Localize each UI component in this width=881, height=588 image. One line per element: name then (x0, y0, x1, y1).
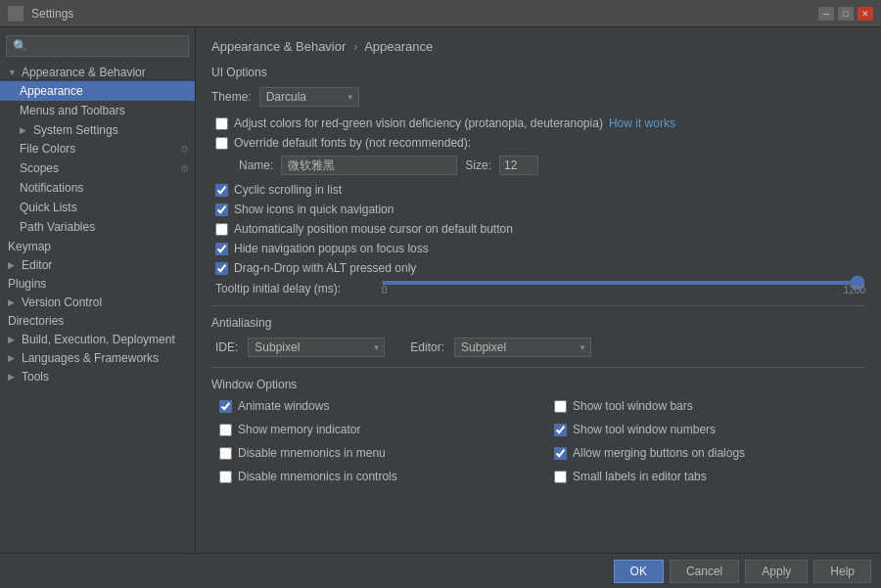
expand-arrow: ▶ (8, 353, 18, 363)
ide-antialias-select[interactable]: Subpixel Greyscale No antialiasing (248, 338, 385, 357)
sidebar-item-label: Path Variables (20, 220, 95, 234)
sidebar-item-appearance[interactable]: Appearance (0, 81, 195, 101)
override-fonts-label[interactable]: Override default fonts by (not recommend… (234, 136, 471, 150)
show-tool-window-bars-label[interactable]: Show tool window bars (573, 399, 693, 413)
sidebar-item-label: Menus and Toolbars (20, 104, 125, 117)
adjust-colors-row: Adjust colors for red-green vision defic… (211, 116, 865, 130)
breadcrumb-part1: Appearance & Behavior (211, 39, 346, 54)
how-it-works-link[interactable]: How it works (609, 116, 675, 130)
scopes-icon: ⚙ (180, 163, 189, 174)
disable-mnemonics-menu-checkbox[interactable] (219, 447, 232, 460)
sidebar-item-quick-lists[interactable]: Quick Lists (0, 198, 195, 217)
ok-button[interactable]: OK (614, 560, 664, 583)
search-input[interactable] (6, 35, 189, 57)
sidebar-item-appearance-behavior[interactable]: ▼ Appearance & Behavior (0, 63, 195, 81)
disable-mnemonics-menu-row: Disable mnemonics in menu (215, 446, 531, 460)
sidebar-item-version-control[interactable]: ▶ Version Control (0, 293, 195, 311)
sidebar-item-directories[interactable]: Directories (0, 311, 195, 330)
sidebar-item-editor[interactable]: ▶ Editor (0, 255, 195, 274)
small-labels-row: Small labels in editor tabs (550, 470, 865, 483)
auto-position-label[interactable]: Automatically position mouse cursor on d… (234, 222, 513, 236)
sidebar-item-label: Build, Execution, Deployment (22, 333, 175, 346)
sidebar-item-path-variables[interactable]: Path Variables (0, 217, 195, 237)
breadcrumb-part2: Appearance (364, 39, 433, 54)
animate-windows-row: Animate windows (215, 399, 531, 413)
expand-arrow: ▼ (8, 68, 18, 77)
show-memory-checkbox[interactable] (219, 424, 232, 436)
animate-windows-label[interactable]: Animate windows (238, 399, 329, 413)
font-name-input[interactable] (281, 156, 457, 175)
drag-n-drop-checkbox[interactable] (215, 262, 228, 275)
allow-merging-row: Allow merging buttons on dialogs (550, 446, 865, 460)
theme-row: Theme: Darcula IntelliJ High Contrast (211, 87, 865, 107)
sidebar-item-notifications[interactable]: Notifications (0, 178, 195, 198)
theme-select[interactable]: Darcula IntelliJ High Contrast (259, 87, 359, 107)
show-tool-window-numbers-checkbox[interactable] (554, 424, 567, 436)
allow-merging-checkbox[interactable] (554, 447, 567, 460)
name-label: Name: (239, 158, 273, 172)
hide-navigation-checkbox[interactable] (215, 243, 228, 255)
disable-mnemonics-controls-label[interactable]: Disable mnemonics in controls (238, 470, 397, 483)
hide-navigation-label[interactable]: Hide navigation popups on focus loss (234, 242, 429, 255)
title-bar: Settings ─ □ ✕ (0, 0, 881, 27)
bottom-bar: OK Cancel Apply Help (0, 553, 881, 588)
allow-merging-label[interactable]: Allow merging buttons on dialogs (573, 446, 745, 460)
ide-dropdown-wrapper: Subpixel Greyscale No antialiasing (248, 338, 385, 357)
help-button[interactable]: Help (813, 560, 871, 583)
animate-windows-checkbox[interactable] (219, 400, 232, 413)
adjust-colors-label[interactable]: Adjust colors for red-green vision defic… (234, 116, 603, 130)
sidebar-item-build-execution[interactable]: ▶ Build, Execution, Deployment (0, 330, 195, 348)
tooltip-slider-row: Tooltip initial delay (ms): 0 1200 (211, 281, 865, 295)
expand-arrow: ▶ (20, 125, 29, 135)
cyclic-scrolling-checkbox[interactable] (215, 184, 228, 197)
small-labels-checkbox[interactable] (554, 471, 567, 483)
sidebar-item-label: Appearance & Behavior (22, 66, 146, 79)
show-tool-window-bars-checkbox[interactable] (554, 400, 567, 413)
expand-arrow: ▶ (8, 297, 18, 307)
disable-mnemonics-menu-label[interactable]: Disable mnemonics in menu (238, 446, 386, 460)
auto-position-checkbox[interactable] (215, 223, 228, 236)
sidebar-item-menus-toolbars[interactable]: Menus and Toolbars (0, 101, 195, 120)
small-labels-label[interactable]: Small labels in editor tabs (573, 470, 707, 483)
apply-button[interactable]: Apply (745, 560, 808, 583)
sidebar-item-keymap[interactable]: Keymap (0, 237, 195, 255)
adjust-colors-checkbox[interactable] (215, 117, 228, 130)
show-icons-checkbox[interactable] (215, 204, 228, 216)
editor-label: Editor: (410, 340, 444, 354)
show-icons-label[interactable]: Show icons in quick navigation (234, 203, 394, 216)
breadcrumb-separator: › (353, 39, 357, 54)
show-memory-label[interactable]: Show memory indicator (238, 423, 360, 436)
expand-arrow: ▶ (8, 335, 18, 344)
expand-arrow: ▶ (8, 260, 18, 270)
sidebar-item-plugins[interactable]: Plugins (0, 274, 195, 293)
sidebar-item-file-colors[interactable]: File Colors ⚙ (0, 139, 195, 158)
show-tool-window-numbers-label[interactable]: Show tool window numbers (573, 423, 716, 436)
main-container: ▼ Appearance & Behavior Appearance Menus… (0, 27, 881, 553)
sidebar-item-tools[interactable]: ▶ Tools (0, 367, 195, 385)
size-label: Size: (465, 158, 491, 172)
sidebar-item-label: Notifications (20, 181, 83, 195)
font-size-input[interactable] (499, 156, 538, 175)
sidebar-item-scopes[interactable]: Scopes ⚙ (0, 158, 195, 178)
disable-mnemonics-controls-checkbox[interactable] (219, 471, 232, 483)
slider-max: 1200 (844, 285, 865, 295)
sidebar-item-languages-frameworks[interactable]: ▶ Languages & Frameworks (0, 348, 195, 367)
sidebar-item-label: Appearance (20, 84, 83, 98)
close-button[interactable]: ✕ (858, 7, 873, 21)
sidebar-item-label: Plugins (8, 277, 46, 291)
window-title: Settings (31, 7, 811, 21)
override-fonts-checkbox[interactable] (215, 137, 228, 150)
override-fonts-row: Override default fonts by (not recommend… (211, 136, 865, 150)
tooltip-slider-container: 0 1200 (382, 281, 865, 295)
minimize-button[interactable]: ─ (818, 7, 834, 21)
theme-select-wrapper: Darcula IntelliJ High Contrast (259, 87, 359, 107)
sidebar-item-system-settings[interactable]: ▶ System Settings (0, 120, 195, 139)
show-tool-window-numbers-row: Show tool window numbers (550, 423, 865, 436)
sidebar-item-label: Keymap (8, 240, 51, 253)
sidebar-item-label: Version Control (22, 295, 102, 309)
maximize-button[interactable]: □ (838, 7, 854, 21)
drag-n-drop-label[interactable]: Drag-n-Drop with ALT pressed only (234, 261, 416, 275)
cyclic-scrolling-label[interactable]: Cyclic scrolling in list (234, 183, 342, 197)
editor-antialias-select[interactable]: Subpixel Greyscale No antialiasing (454, 338, 591, 357)
cancel-button[interactable]: Cancel (670, 560, 739, 583)
